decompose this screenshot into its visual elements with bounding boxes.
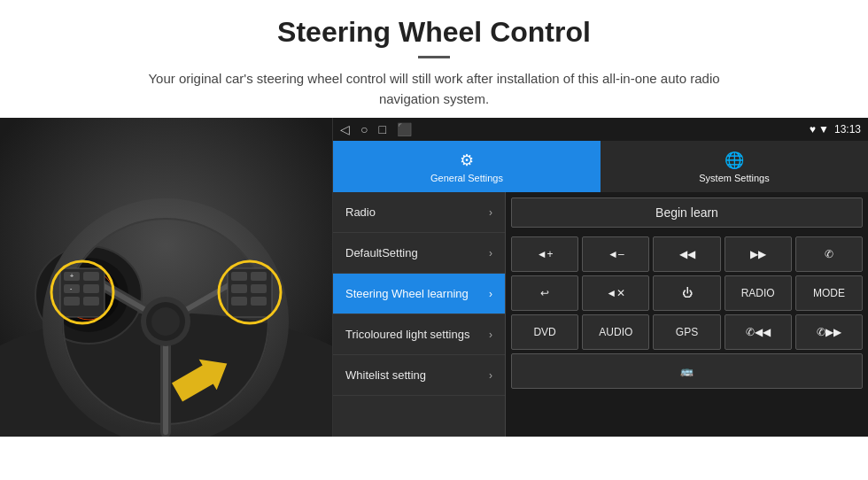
status-bar: ◁ ○ □ ⬛ ♥ ▼ 13:13 [333, 118, 868, 141]
chevron-icon: › [489, 247, 492, 259]
car-image: + - [0, 118, 332, 437]
dvd-button[interactable]: DVD [511, 314, 578, 350]
menu-tricoloured-label: Tricoloured light settings [345, 328, 469, 341]
chevron-icon: › [489, 288, 492, 300]
next-track-button[interactable]: ▶▶ [725, 236, 792, 272]
btn-row-4: 🚌 [511, 353, 863, 389]
menu-radio-label: Radio [345, 205, 376, 219]
svg-point-12 [151, 307, 180, 336]
mute-button[interactable]: ◄✕ [582, 275, 649, 311]
menu-steering-label: Steering Wheel learning [345, 287, 469, 300]
menu-item-steering[interactable]: Steering Wheel learning › [333, 274, 505, 314]
menu-defaultsetting-label: DefaultSetting [345, 246, 418, 259]
next-icon: ▶▶ [750, 248, 766, 260]
home-icon[interactable]: ○ [360, 122, 368, 136]
svg-rect-24 [251, 272, 267, 281]
audio-button[interactable]: AUDIO [582, 314, 649, 350]
vol-down-icon: ◄– [608, 248, 624, 260]
chevron-icon: › [489, 206, 492, 219]
begin-learn-row: Begin learn [506, 192, 868, 231]
menu-item-radio[interactable]: Radio › [333, 192, 505, 233]
title-divider [418, 56, 450, 58]
svg-rect-25 [231, 284, 247, 293]
tab-system[interactable]: 🌐 System Settings [601, 141, 868, 192]
chevron-icon: › [489, 329, 492, 341]
phone-prev-icon: ✆◀◀ [746, 326, 771, 338]
menu-and-content: Radio › DefaultSetting › Steering Wheel … [333, 192, 868, 437]
vol-down-button[interactable]: ◄– [582, 236, 649, 272]
begin-learn-button[interactable]: Begin learn [511, 197, 863, 228]
menu-item-defaultsetting[interactable]: DefaultSetting › [333, 233, 505, 274]
tab-general-label: General Settings [430, 173, 503, 183]
clock: 13:13 [834, 123, 861, 135]
hang-up-button[interactable]: ↩ [511, 275, 578, 311]
phone-button[interactable]: ✆ [795, 236, 863, 272]
page-title: Steering Wheel Control [18, 16, 850, 49]
prev-track-button[interactable]: ◀◀ [653, 236, 720, 272]
vol-up-icon: ◄+ [537, 248, 554, 260]
svg-rect-15 [83, 272, 99, 281]
vol-up-button[interactable]: ◄+ [511, 236, 578, 272]
btn-row-2: ↩ ◄✕ ⏻ RADIO MODE [511, 275, 863, 311]
svg-rect-26 [251, 284, 267, 293]
recent-icon[interactable]: □ [378, 122, 385, 136]
globe-icon: 🌐 [725, 151, 744, 170]
menu-item-whitelist[interactable]: Whitelist setting › [333, 355, 505, 396]
page-header: Steering Wheel Control Your original car… [0, 0, 868, 118]
btn-row-3: DVD AUDIO GPS ✆◀◀ ✆▶▶ [511, 314, 863, 350]
svg-rect-28 [251, 297, 267, 306]
page-subtitle: Your original car's steering wheel contr… [133, 69, 735, 109]
power-button[interactable]: ⏻ [653, 275, 720, 311]
bus-icon: 🚌 [680, 365, 694, 377]
mode-button[interactable]: MODE [795, 275, 863, 311]
status-bar-nav: ◁ ○ □ ⬛ [340, 122, 412, 136]
btn-row-1: ◄+ ◄– ◀◀ ▶▶ ✆ [511, 236, 863, 272]
tab-general[interactable]: ⚙ General Settings [333, 141, 601, 192]
gps-button[interactable]: GPS [653, 314, 720, 350]
svg-rect-23 [231, 272, 247, 281]
phone-icon: ✆ [825, 248, 833, 260]
menu-whitelist-label: Whitelist setting [345, 368, 426, 382]
svg-text:+: + [70, 273, 74, 279]
svg-rect-17 [83, 284, 99, 293]
radio-mode-button[interactable]: RADIO [725, 275, 792, 311]
power-icon: ⏻ [682, 287, 693, 299]
bus-button[interactable]: 🚌 [511, 353, 863, 389]
back-icon[interactable]: ◁ [340, 122, 350, 136]
menu-icon[interactable]: ⬛ [397, 122, 412, 136]
mute-icon: ◄✕ [606, 287, 625, 299]
phone-prev-button[interactable]: ✆◀◀ [725, 314, 792, 350]
content-panel: Begin learn ◄+ ◄– ◀◀ [506, 192, 868, 437]
tab-system-label: System Settings [699, 173, 769, 183]
status-bar-info: ♥ ▼ 13:13 [810, 123, 861, 135]
svg-rect-18 [64, 297, 80, 306]
phone-next-button[interactable]: ✆▶▶ [795, 314, 863, 350]
button-grid: ◄+ ◄– ◀◀ ▶▶ ✆ [506, 231, 868, 394]
prev-icon: ◀◀ [679, 248, 695, 260]
svg-rect-27 [231, 297, 247, 306]
svg-rect-19 [83, 297, 99, 306]
hang-up-icon: ↩ [540, 287, 549, 299]
phone-next-icon: ✆▶▶ [817, 326, 841, 338]
signal-icon: ♥ ▼ [810, 123, 829, 135]
tab-bar: ⚙ General Settings 🌐 System Settings [333, 141, 868, 192]
gear-icon: ⚙ [460, 151, 474, 170]
menu-item-tricoloured[interactable]: Tricoloured light settings › [333, 314, 505, 355]
chevron-icon: › [489, 369, 492, 382]
main-content: + - ◁ ○ □ [0, 118, 868, 437]
menu-list: Radio › DefaultSetting › Steering Wheel … [333, 192, 506, 437]
head-unit: ◁ ○ □ ⬛ ♥ ▼ 13:13 ⚙ General Settings 🌐 S… [332, 118, 868, 437]
